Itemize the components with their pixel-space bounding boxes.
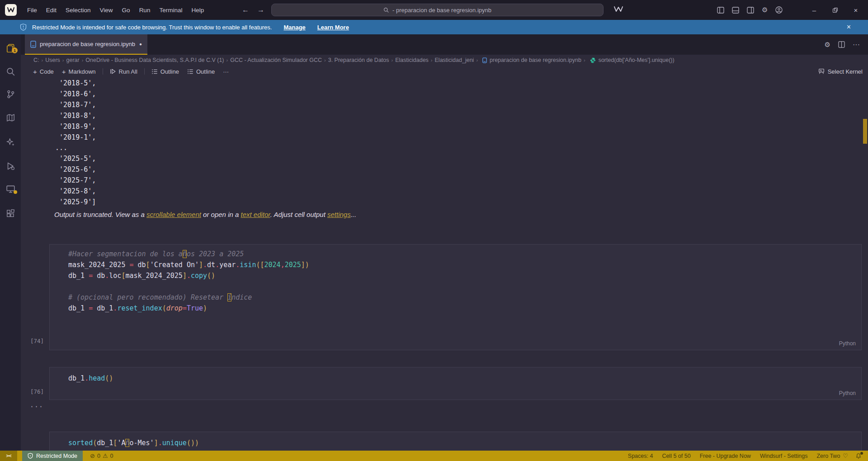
close-button[interactable]: × <box>845 0 866 20</box>
scrollable-element-link[interactable]: scrollable element <box>146 211 201 218</box>
title-bar: FileEditSelectionViewGoRunTerminalHelp ←… <box>0 0 868 20</box>
outline-icon <box>187 69 193 75</box>
toolbar-more-icon[interactable]: ··· <box>219 68 233 75</box>
windsurf-app-logo[interactable] <box>5 4 17 16</box>
sidebar-item-cascade-ai[interactable] <box>0 135 21 149</box>
notebook-content: '2018-5', '2018-6', '2018-7', '2018-8', … <box>21 77 868 451</box>
restore-button[interactable] <box>825 0 845 20</box>
menu-bar: FileEditSelectionViewGoRunTerminalHelp <box>23 0 208 20</box>
search-text: - preparacion de base regresion.ipynb <box>392 7 491 14</box>
status-bar-item[interactable]: Free - Upgrade Now <box>700 453 751 459</box>
modified-dot-icon[interactable]: ● <box>139 42 142 47</box>
outline-label: Outline <box>196 68 215 75</box>
menu-item[interactable]: Go <box>118 5 135 15</box>
breadcrumb-separator: › <box>474 57 480 63</box>
notifications-bell[interactable] <box>855 453 862 459</box>
cell-language-label[interactable]: Python <box>839 340 856 347</box>
menu-item[interactable]: View <box>95 5 118 15</box>
output-line: ... <box>55 143 96 154</box>
code-cell[interactable]: #Hacer segmentacion de los años 2023 a 2… <box>49 244 862 350</box>
code-line: #Hacer segmentacion de los años 2023 a 2… <box>68 249 861 259</box>
sidebar-item-extensions[interactable] <box>0 207 21 220</box>
toggle-primary-sidebar-icon[interactable] <box>717 7 724 14</box>
more-actions-icon[interactable]: ··· <box>853 41 860 49</box>
account-icon[interactable] <box>775 6 783 14</box>
banner-close-icon[interactable]: × <box>847 20 851 34</box>
menu-item[interactable]: Terminal <box>155 5 187 15</box>
restricted-mode-banner: Restricted Mode is intended for safe cod… <box>0 20 868 34</box>
learn-more-link[interactable]: Learn More <box>317 24 349 31</box>
breadcrumb-item[interactable]: Users <box>45 57 60 63</box>
breadcrumb-item[interactable]: OneDrive - Business Data Scientists, S.A… <box>85 57 224 63</box>
problems-status[interactable]: ⊘ 0 ⚠ 0 <box>90 452 113 459</box>
add-markdown-button[interactable]: + Markdown <box>58 68 100 75</box>
tab-notebook[interactable]: preparacion de base regresion.ipynb ● <box>25 34 147 55</box>
breadcrumb-item[interactable]: C: <box>33 57 39 63</box>
toggle-secondary-sidebar-icon[interactable] <box>747 7 754 14</box>
breadcrumb-file[interactable]: preparacion de base regresion.ipynb <box>490 57 581 63</box>
code-editor[interactable]: #Hacer segmentacion de los años 2023 a 2… <box>50 245 861 314</box>
breadcrumb-item[interactable]: Elasticidad_jeni <box>435 57 474 63</box>
code-line <box>68 281 861 292</box>
sidebar-item-explorer[interactable]: 1 <box>0 41 21 55</box>
code-cell[interactable]: sorted(db_1['Año-Mes'].unique()) <box>49 432 862 451</box>
command-center-search[interactable]: - preparacion de base regresion.ipynb <box>271 4 604 16</box>
restricted-mode-status[interactable]: Restricted Mode <box>22 451 83 461</box>
breadcrumb-item[interactable]: 3. Preparación de Datos <box>328 57 389 63</box>
status-bar-item[interactable]: Windsurf - Settings <box>760 453 808 459</box>
sidebar-item-search[interactable] <box>0 65 21 78</box>
breadcrumb: C:›Users›gerar›OneDrive - Business Data … <box>21 55 868 66</box>
sidebar-item-run-debug[interactable] <box>0 159 21 173</box>
minimize-button[interactable]: – <box>804 0 825 20</box>
status-bar-item[interactable]: Spaces: 4 <box>628 453 653 459</box>
sidebar-item-remote-explorer[interactable] <box>0 182 21 196</box>
breadcrumb-item[interactable]: GCC - Actualización Simulador GCC <box>230 57 322 63</box>
banner-message: Restricted Mode is intended for safe cod… <box>32 24 272 31</box>
breadcrumb-symbol[interactable]: sorted(db['Año-Mes'].unique()) <box>599 57 675 63</box>
warning-icon: ⚠ <box>103 452 108 459</box>
remote-indicator[interactable]: >< <box>0 451 17 461</box>
menu-item[interactable]: Selection <box>61 5 95 15</box>
cell-language-label[interactable]: Python <box>839 390 856 396</box>
breadcrumb-separator: › <box>581 57 588 63</box>
output-line: '2019-1', <box>55 132 96 143</box>
notebook-settings-gear-icon[interactable]: ⚙ <box>825 41 830 49</box>
settings-link[interactable]: settings <box>327 211 351 218</box>
separator: › <box>224 57 231 63</box>
sidebar-item-map[interactable] <box>0 111 21 124</box>
code-line: db_1 = db_1.reset_index(drop=True) <box>68 303 861 314</box>
run-all-button[interactable]: Run All <box>106 68 142 75</box>
status-bar-item[interactable]: Cell 5 of 50 <box>662 453 690 459</box>
toggle-panel-icon[interactable] <box>732 7 739 14</box>
breadcrumb-item[interactable]: gerar <box>66 57 80 63</box>
menu-item[interactable]: Edit <box>42 5 61 15</box>
text-editor-link[interactable]: text editor <box>241 211 270 218</box>
nav-forward-button[interactable]: → <box>254 0 268 20</box>
settings-gear-icon[interactable]: ⚙ <box>762 6 768 14</box>
add-code-button[interactable]: + Code <box>29 68 58 75</box>
status-bar-item[interactable]: Zero Two <box>816 453 840 459</box>
nav-back-button[interactable]: ← <box>239 0 252 20</box>
error-icon: ⊘ <box>90 452 95 459</box>
outline-button-a[interactable]: Outline <box>147 68 183 75</box>
heart-icon[interactable]: ♡ <box>843 452 848 459</box>
code-cell[interactable]: db_1.head() Python <box>49 367 862 400</box>
menu-item[interactable]: Help <box>187 5 208 15</box>
separator: › <box>389 57 396 63</box>
notebook-icon <box>482 57 487 63</box>
outline-label: Outline <box>160 68 179 75</box>
select-kernel-button[interactable]: Select Kernel <box>818 66 863 77</box>
menu-item[interactable]: Run <box>135 5 155 15</box>
collapsed-output-indicator[interactable]: ... <box>30 401 43 409</box>
manage-link[interactable]: Manage <box>283 24 305 31</box>
sidebar-item-source-control[interactable] <box>0 87 21 101</box>
menu-item[interactable]: File <box>23 5 42 15</box>
split-editor-icon[interactable] <box>838 41 845 48</box>
outline-button-b[interactable]: Outline <box>183 68 219 75</box>
editor-scrollbar-thumb[interactable] <box>863 119 867 144</box>
code-editor[interactable]: sorted(db_1['Año-Mes'].unique()) <box>50 432 861 448</box>
code-editor[interactable]: db_1.head() <box>50 367 861 384</box>
output-line: '2025-6', <box>55 165 96 175</box>
breadcrumb-item[interactable]: Elasticidades <box>395 57 429 63</box>
output-truncated-message: Output is truncated. View as a scrollabl… <box>54 211 356 218</box>
